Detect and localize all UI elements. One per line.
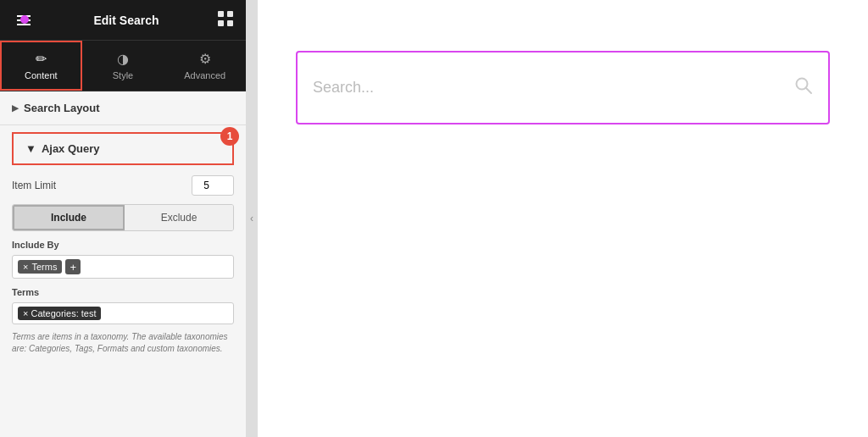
content-icon: ✏	[36, 51, 47, 67]
terms-label: Terms	[12, 287, 234, 297]
search-layout-label: Search Layout	[24, 102, 100, 114]
ajax-query-badge: 1	[220, 127, 239, 146]
panel-header: Edit Search	[0, 0, 246, 41]
ajax-query-label: Ajax Query	[42, 142, 100, 155]
search-layout-section[interactable]: ▶ Search Layout	[0, 91, 246, 125]
terms-input-row: × Categories: test	[12, 302, 234, 324]
ajax-query-section[interactable]: ▼ Ajax Query 1	[12, 132, 234, 165]
include-by-label: Include By	[12, 240, 234, 250]
terms-tag-label: Terms	[31, 262, 57, 272]
style-icon: ◑	[117, 51, 129, 67]
tab-style-label: Style	[113, 70, 133, 80]
terms-help-text: Terms are items in a taxonomy. The avail…	[12, 331, 234, 355]
svg-rect-0	[218, 11, 224, 17]
ajax-query-arrow: ▼	[25, 142, 36, 155]
include-exclude-tabs: Include Exclude	[12, 204, 234, 231]
svg-rect-1	[227, 11, 233, 17]
include-tab[interactable]: Include	[13, 205, 125, 230]
advanced-icon: ⚙	[199, 51, 211, 67]
item-limit-row: Item Limit	[12, 175, 234, 196]
collapse-arrow: ‹	[250, 213, 253, 224]
add-include-by-btn[interactable]: +	[65, 259, 81, 274]
terms-value-label: Categories: test	[31, 308, 96, 318]
tab-advanced[interactable]: ⚙ Advanced	[164, 41, 246, 91]
logo-dot	[20, 15, 29, 24]
tabs-bar: ✏ Content ◑ Style ⚙ Advanced	[0, 41, 246, 91]
terms-value-tag: × Categories: test	[18, 307, 101, 320]
tab-content-label: Content	[25, 70, 58, 80]
grid-icon[interactable]	[217, 10, 234, 30]
search-layout-arrow: ▶	[12, 103, 19, 113]
terms-tag: × Terms	[18, 260, 62, 274]
tab-advanced-label: Advanced	[184, 70, 225, 80]
search-placeholder: Search...	[313, 79, 374, 97]
svg-rect-2	[218, 20, 224, 26]
svg-line-5	[806, 88, 812, 94]
terms-tag-x[interactable]: ×	[23, 262, 28, 272]
search-icon	[794, 76, 813, 99]
tab-content[interactable]: ✏ Content	[0, 41, 82, 91]
right-panel: Search...	[258, 0, 868, 437]
svg-rect-3	[227, 20, 233, 26]
tab-style[interactable]: ◑ Style	[82, 41, 164, 91]
include-by-row: × Terms +	[12, 255, 234, 279]
collapse-handle[interactable]: ‹	[246, 0, 258, 437]
search-widget: Search...	[296, 51, 830, 124]
menu-logo-area	[12, 8, 36, 32]
exclude-tab[interactable]: Exclude	[125, 205, 233, 230]
panel-title: Edit Search	[36, 14, 217, 27]
item-limit-label: Item Limit	[12, 180, 56, 191]
left-panel: Edit Search ✏ Content ◑ Style ⚙ Advanced	[0, 0, 246, 437]
terms-value-x[interactable]: ×	[23, 308, 28, 318]
item-limit-input[interactable]	[192, 175, 234, 196]
panel-body: ▶ Search Layout ▼ Ajax Query 1 Item Limi…	[0, 91, 246, 437]
ajax-query-content: Item Limit Include Exclude Include By × …	[0, 165, 246, 365]
